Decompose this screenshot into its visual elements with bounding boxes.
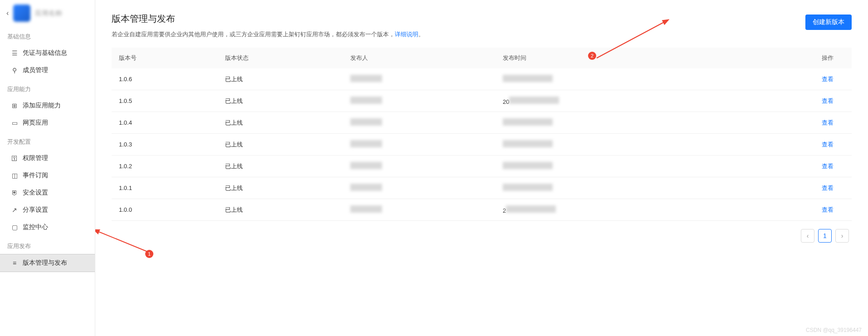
security-icon: ⛨ (11, 189, 18, 196)
pagination: ‹ 1 › (112, 229, 852, 243)
credential-icon: ☰ (11, 49, 18, 57)
sidebar-item-0-0[interactable]: ☰凭证与基础信息 (0, 44, 95, 62)
sidebar-item-2-0[interactable]: ⚿权限管理 (0, 150, 95, 167)
page-next-button[interactable]: › (835, 229, 849, 243)
table-cell: 查看 (729, 112, 852, 134)
table-row: 1.0.0已上线2查看 (112, 199, 852, 221)
table-cell: 20 (495, 90, 729, 112)
table-cell (495, 112, 729, 134)
table-cell: 查看 (729, 199, 852, 221)
table-cell (343, 156, 495, 177)
page-title: 版本管理与发布 (112, 13, 852, 25)
table-cell (343, 112, 495, 134)
table-cell (343, 68, 495, 90)
table-cell: 查看 (729, 68, 852, 90)
ability-icon: ⊞ (11, 102, 18, 109)
table-cell (495, 68, 729, 90)
table-cell: 已上线 (218, 134, 343, 156)
table-cell (343, 90, 495, 112)
sidebar-item-1-1[interactable]: ▭网页应用 (0, 114, 95, 131)
share-icon: ↗ (11, 206, 18, 214)
table-cell: 已上线 (218, 177, 343, 199)
table-row: 1.0.6已上线查看 (112, 68, 852, 90)
sidebar-item-label: 版本管理与发布 (23, 259, 67, 267)
table-cell: 查看 (729, 90, 852, 112)
section-label: 基础信息 (0, 26, 95, 44)
table-cell: 已上线 (218, 156, 343, 177)
table-cell: 1.0.0 (112, 199, 218, 221)
app-name: 应用名称 (35, 9, 62, 18)
section-label: 开发配置 (0, 131, 95, 150)
table-cell: 1.0.5 (112, 90, 218, 112)
sidebar-item-label: 权限管理 (23, 154, 48, 162)
event-icon: ◫ (11, 172, 18, 179)
back-arrow-icon[interactable]: ‹ (6, 9, 9, 17)
sidebar-item-2-1[interactable]: ◫事件订阅 (0, 167, 95, 184)
monitor-icon: ▢ (11, 224, 18, 231)
table-cell: 2 (495, 199, 729, 221)
detail-link[interactable]: 详细说明 (395, 31, 418, 38)
view-link[interactable]: 查看 (822, 76, 834, 83)
annotation-badge-2: 2 (588, 52, 596, 60)
table-cell (495, 156, 729, 177)
view-link[interactable]: 查看 (822, 119, 834, 126)
sidebar: ‹ 应用名称 基础信息☰凭证与基础信息⚲成员管理应用能力⊞添加应用能力▭网页应用… (0, 0, 95, 336)
sidebar-item-label: 添加应用能力 (23, 102, 61, 110)
view-link[interactable]: 查看 (822, 97, 834, 104)
table-header: 版本状态 (218, 48, 343, 68)
table-cell: 已上线 (218, 199, 343, 221)
table-row: 1.0.1已上线查看 (112, 177, 852, 199)
page-description: 若企业自建应用需要供企业内其他用户使用，或三方企业应用需要上架钉钉应用市场，都必… (112, 30, 852, 39)
version-icon: ≡ (11, 259, 18, 267)
table-cell (495, 177, 729, 199)
main-content: 版本管理与发布 若企业自建应用需要供企业内其他用户使用，或三方企业应用需要上架钉… (95, 0, 868, 336)
table-cell: 1.0.6 (112, 68, 218, 90)
table-cell (343, 177, 495, 199)
sidebar-item-2-2[interactable]: ⛨安全设置 (0, 184, 95, 201)
table-cell: 1.0.4 (112, 112, 218, 134)
view-link[interactable]: 查看 (822, 185, 834, 191)
sidebar-item-label: 网页应用 (23, 119, 48, 127)
table-row: 1.0.3已上线查看 (112, 134, 852, 156)
permission-icon: ⚿ (11, 155, 18, 162)
webapp-icon: ▭ (11, 119, 18, 127)
sidebar-header: ‹ 应用名称 (0, 0, 95, 26)
sidebar-item-1-0[interactable]: ⊞添加应用能力 (0, 97, 95, 114)
version-table: 版本号版本状态发布人发布时间操作 1.0.6已上线查看1.0.5已上线20查看1… (112, 48, 852, 221)
sidebar-item-label: 监控中心 (23, 223, 48, 231)
table-cell (343, 134, 495, 156)
table-cell (495, 134, 729, 156)
table-header: 版本号 (112, 48, 218, 68)
sidebar-item-2-3[interactable]: ↗分享设置 (0, 201, 95, 219)
view-link[interactable]: 查看 (822, 141, 834, 148)
sidebar-item-0-1[interactable]: ⚲成员管理 (0, 62, 95, 79)
table-header: 发布时间 (495, 48, 729, 68)
sidebar-item-2-4[interactable]: ▢监控中心 (0, 219, 95, 236)
page-prev-button[interactable]: ‹ (801, 229, 814, 243)
sidebar-item-label: 成员管理 (23, 66, 48, 74)
view-link[interactable]: 查看 (822, 206, 834, 213)
sidebar-item-3-0[interactable]: ≡版本管理与发布 (0, 254, 95, 272)
table-cell: 1.0.1 (112, 177, 218, 199)
sidebar-item-label: 凭证与基础信息 (23, 49, 67, 57)
member-icon: ⚲ (11, 67, 18, 74)
table-cell: 查看 (729, 177, 852, 199)
create-version-button[interactable]: 创建新版本 (805, 15, 852, 30)
table-cell: 已上线 (218, 90, 343, 112)
watermark: CSDN @qq_39196447 (806, 327, 862, 333)
table-header: 发布人 (343, 48, 495, 68)
table-cell: 1.0.2 (112, 156, 218, 177)
page-number-button[interactable]: 1 (818, 229, 832, 243)
app-logo (13, 5, 30, 22)
table-cell (343, 199, 495, 221)
table-cell: 查看 (729, 156, 852, 177)
section-label: 应用发布 (0, 236, 95, 254)
table-cell: 已上线 (218, 68, 343, 90)
table-cell: 查看 (729, 134, 852, 156)
table-row: 1.0.4已上线查看 (112, 112, 852, 134)
sidebar-item-label: 安全设置 (23, 189, 48, 197)
view-link[interactable]: 查看 (822, 163, 834, 170)
table-row: 1.0.5已上线20查看 (112, 90, 852, 112)
table-cell: 1.0.3 (112, 134, 218, 156)
sidebar-item-label: 事件订阅 (23, 171, 48, 180)
